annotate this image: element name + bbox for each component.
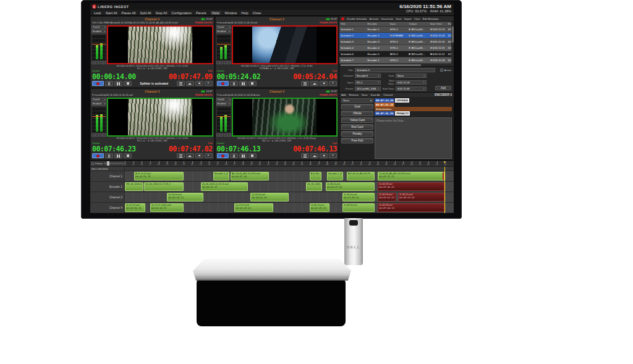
menu-item-panels[interactable]: Panels bbox=[196, 11, 206, 15]
cell-button-icon[interactable] bbox=[409, 47, 410, 49]
playlist-button[interactable] bbox=[177, 153, 185, 158]
record-button[interactable] bbox=[92, 153, 104, 158]
cell-button-icon[interactable] bbox=[409, 28, 410, 30]
fader-position[interactable] bbox=[217, 116, 231, 117]
settings-button[interactable]: * bbox=[329, 153, 337, 158]
timeline-clip[interactable]: 16_06_2020-11-17-19_0 bbox=[144, 182, 184, 191]
meter-button-left[interactable]: ▪ bbox=[216, 133, 224, 137]
menu-item-stop-all[interactable]: Stop All bbox=[156, 11, 168, 15]
menu-item-help[interactable]: Help bbox=[241, 11, 248, 15]
cell-button-icon[interactable] bbox=[390, 53, 392, 55]
cell-button-icon[interactable] bbox=[390, 47, 392, 49]
start-time-field[interactable]: 6/16 11:18⇕ bbox=[396, 80, 427, 85]
timeline-clip[interactable]: Encoder 1_06 15 bbox=[327, 172, 343, 180]
speaker-button[interactable]: ◀ bbox=[195, 81, 203, 86]
channel-select[interactable]: Encoder3▾ bbox=[355, 74, 381, 78]
marker-toolbar-remove[interactable]: Remove bbox=[349, 93, 359, 96]
cell-button-icon[interactable] bbox=[390, 41, 392, 43]
timeline-clip[interactable]: RN_06_2020-11-1 bbox=[125, 182, 143, 191]
playlist-button[interactable] bbox=[301, 81, 309, 86]
playhead[interactable] bbox=[444, 167, 445, 213]
timeline-clip[interactable]: 11-19-04.mxf00:05:38.73 bbox=[167, 193, 203, 201]
timeline-clip[interactable]: A 11-15-07.mxf00:02:53.75 bbox=[134, 172, 184, 180]
record-button[interactable] bbox=[217, 153, 229, 158]
record-button[interactable] bbox=[217, 81, 229, 86]
meter-button-left[interactable]: ▪ bbox=[91, 61, 99, 64]
add-button[interactable]: Add bbox=[435, 86, 451, 90]
timeline-zoom-slider[interactable] bbox=[104, 163, 124, 164]
split-button[interactable] bbox=[114, 81, 122, 86]
cell-button-icon[interactable] bbox=[409, 59, 410, 61]
settings-button[interactable]: * bbox=[205, 153, 213, 158]
settings-button[interactable]: * bbox=[329, 81, 337, 86]
marker-button-free-kick[interactable]: Free Kick bbox=[341, 138, 373, 143]
toolbar-activate[interactable]: Activate bbox=[370, 17, 379, 20]
stop-button[interactable] bbox=[249, 153, 257, 158]
timeline-track[interactable]: A 11-15-07.mxf00:02:53.75Encoder 1_06_06… bbox=[125, 171, 454, 181]
timeline-clip[interactable]: 11-29-42.mxf00:05:01.92 bbox=[250, 193, 288, 201]
marker-toolbar-channel[interactable]: Channel bbox=[383, 93, 393, 96]
cell-button-icon[interactable] bbox=[430, 59, 432, 61]
meter-button-left[interactable]: ▪ bbox=[91, 133, 99, 137]
cell-button-icon[interactable] bbox=[430, 28, 432, 30]
toolbar-clear[interactable]: Clear bbox=[414, 17, 420, 20]
timeline-clip[interactable]: A 11-36-7 bbox=[310, 172, 321, 180]
timeline-clip[interactable]: 11-44-09.mxf00:02:03.23 bbox=[378, 193, 396, 201]
cell-button-icon[interactable] bbox=[390, 28, 392, 30]
marker-button-penalty[interactable]: Penalty bbox=[341, 131, 373, 137]
meter-button-left[interactable]: ▪ bbox=[216, 61, 224, 64]
audio-mode-select[interactable]: Enabled▾ bbox=[216, 30, 231, 33]
timeline-track[interactable]: 11-19-04.mxf00:05:38.7311-29-42.mxf00:05… bbox=[125, 192, 454, 202]
active-checkbox[interactable] bbox=[440, 69, 443, 72]
cell-button-icon[interactable] bbox=[390, 59, 392, 61]
timeline-clip[interactable]: Encoder 1_06_06_11_25_51 bbox=[213, 172, 229, 180]
timeline-clip[interactable]: 11-44-09.mxf00:07:46.13 bbox=[378, 203, 444, 212]
split-button[interactable] bbox=[114, 153, 122, 158]
timeline-clip[interactable]: A11-40-20_A11-40-29 bbox=[347, 172, 375, 180]
menu-item-window[interactable]: Window bbox=[225, 11, 237, 15]
input-select[interactable]: FD-2▾ bbox=[355, 80, 381, 85]
timeline-clip[interactable]: 16_06_2020-11-36-2 bbox=[306, 182, 322, 191]
playlist-button[interactable] bbox=[301, 153, 309, 158]
timeline-clip[interactable]: 11-44-09_A6_A11-44-09-0.mxf00:07:22.23 bbox=[378, 172, 444, 180]
timeline-clip[interactable]: 11-39-24.mxf bbox=[342, 203, 375, 212]
timeline-clip[interactable]: 11-17-57_0001.mxf00:02:40.73 bbox=[150, 203, 184, 212]
track-select[interactable]: Track2▾ bbox=[216, 25, 231, 29]
record-button[interactable] bbox=[92, 81, 104, 86]
eject-button[interactable] bbox=[310, 81, 318, 86]
timeline-clip[interactable]: 11-39-24.mxf00:03:58.20 bbox=[342, 193, 375, 201]
marker-toolbar-save-as[interactable]: Save As bbox=[371, 93, 380, 96]
marker-toolbar-add[interactable]: Add bbox=[341, 93, 346, 96]
timeline-clip[interactable]: 11-44-09.mxf00:07:46.23 bbox=[378, 182, 444, 191]
stop-button[interactable] bbox=[124, 81, 132, 86]
meter-button-right[interactable]: ▪ bbox=[224, 61, 231, 64]
toolbar-deactivate[interactable]: Deactivate bbox=[381, 17, 394, 20]
settings-button[interactable]: * bbox=[205, 81, 213, 86]
split-button[interactable] bbox=[239, 81, 247, 86]
schedule-row[interactable]: Schedule 6Encoder 5FD-1BKCastID...6/16 1… bbox=[339, 51, 451, 57]
fader-position[interactable] bbox=[92, 116, 106, 117]
menu-item-split-all[interactable]: Split All bbox=[140, 11, 151, 15]
menu-item-close[interactable]: Close bbox=[252, 11, 261, 15]
track-select[interactable]: Track2▾ bbox=[91, 25, 106, 29]
marker-entry[interactable]: 00:07:21.22 bbox=[375, 103, 452, 107]
marker-entry[interactable]: 00:07:41.24PENALTY bbox=[375, 111, 452, 116]
speaker-button[interactable]: ◀ bbox=[195, 153, 203, 158]
title-field[interactable]: Schedule 3 bbox=[355, 68, 435, 72]
track-select[interactable]: Track2▾ bbox=[91, 98, 106, 101]
timeline-clip[interactable]: 11-46-20.mxf00:05:24.02 bbox=[398, 193, 444, 201]
timeline-clip[interactable]: A11-20-40_A11-25-49-0.mxf00:03:47.38 bbox=[231, 172, 270, 180]
stop-button[interactable] bbox=[249, 81, 257, 86]
timeline-clip[interactable]: 11-39-24.mxf00:05:47.20 bbox=[326, 182, 375, 191]
marker-toolbar-save[interactable]: Save bbox=[362, 93, 368, 96]
eject-button[interactable] bbox=[310, 153, 318, 158]
speaker-button[interactable]: ◀ bbox=[320, 81, 328, 86]
meter-button-right[interactable]: ▪ bbox=[100, 133, 107, 137]
audio-mode-select[interactable]: Enabled▾ bbox=[91, 102, 106, 106]
cell-button-icon[interactable] bbox=[430, 53, 432, 55]
schedule-vscrollbar[interactable] bbox=[451, 22, 454, 64]
schedule-row[interactable]: Schedule 7Encoder 1FD-1BKCastID...6/16 1… bbox=[339, 57, 451, 64]
menu-item-pause-all[interactable]: Pause All bbox=[122, 11, 136, 15]
speaker-button[interactable]: ◀ bbox=[320, 153, 328, 158]
schedule-row[interactable]: Schedule 3Encoder 3FD-2BKCastID...6/16 1… bbox=[339, 39, 451, 45]
